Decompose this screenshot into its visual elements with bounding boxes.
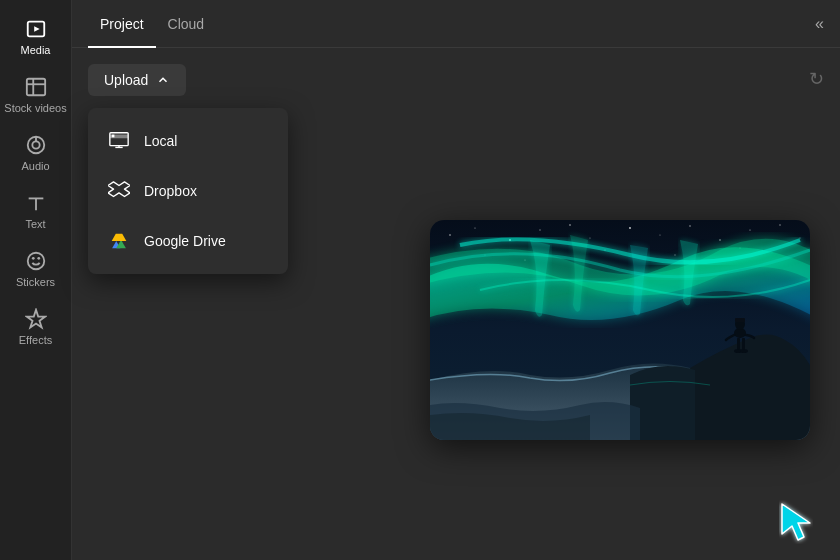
svg-point-19 — [449, 234, 451, 236]
sidebar-item-label: Stickers — [16, 276, 55, 288]
dropdown-item-label: Local — [144, 133, 177, 149]
svg-rect-2 — [26, 79, 44, 96]
upload-section: Upload ↻ Local — [72, 48, 840, 112]
google-drive-icon — [108, 230, 130, 252]
sidebar-item-text[interactable]: Text — [0, 182, 71, 240]
text-icon — [25, 192, 47, 214]
svg-point-24 — [590, 238, 591, 239]
refresh-button[interactable]: ↻ — [809, 68, 824, 90]
svg-point-10 — [27, 253, 44, 270]
svg-point-25 — [629, 227, 631, 229]
effects-icon — [25, 308, 47, 330]
sidebar-item-effects[interactable]: Effects — [0, 298, 71, 356]
svg-point-28 — [719, 239, 721, 241]
tabs-bar: Project Cloud « — [72, 0, 840, 48]
dropbox-icon — [108, 180, 130, 202]
sidebar-item-media[interactable]: Media — [0, 8, 71, 66]
image-preview — [430, 220, 810, 440]
stickers-icon — [25, 250, 47, 272]
sidebar-item-label: Stock videos — [4, 102, 66, 114]
sidebar-item-audio[interactable]: Audio — [0, 124, 71, 182]
dropdown-item-label: Google Drive — [144, 233, 226, 249]
main-content: Project Cloud « Upload ↻ — [72, 0, 840, 560]
svg-point-30 — [779, 224, 780, 225]
tabs-right-controls: « — [815, 15, 824, 33]
svg-point-29 — [750, 230, 751, 231]
sidebar-item-label: Text — [25, 218, 45, 230]
svg-point-26 — [659, 234, 660, 235]
svg-point-20 — [474, 227, 475, 228]
svg-point-22 — [539, 229, 540, 230]
sidebar-item-stickers[interactable]: Stickers — [0, 240, 71, 298]
sidebar-item-label: Audio — [21, 160, 49, 172]
tab-project[interactable]: Project — [88, 0, 156, 48]
upload-button[interactable]: Upload — [88, 64, 186, 96]
svg-point-27 — [689, 225, 690, 226]
cursor-arrow — [774, 498, 822, 550]
chevron-up-icon — [156, 73, 170, 87]
svg-point-31 — [799, 237, 800, 238]
upload-dropdown: Local Dropbox Google Drive — [88, 108, 288, 274]
svg-point-6 — [32, 141, 39, 148]
dropdown-item-dropbox[interactable]: Dropbox — [88, 166, 288, 216]
audio-icon — [25, 134, 47, 156]
aurora-image — [430, 220, 810, 440]
svg-marker-1 — [34, 26, 40, 32]
sidebar-item-label: Media — [21, 44, 51, 56]
cursor-icon — [774, 498, 822, 546]
dropdown-item-local[interactable]: Local — [88, 116, 288, 166]
svg-rect-40 — [737, 338, 740, 350]
sidebar-item-stock-videos[interactable]: Stock videos — [0, 66, 71, 124]
svg-rect-41 — [742, 338, 745, 350]
svg-point-35 — [674, 254, 675, 255]
sidebar: Media Stock videos Audio Text St — [0, 0, 72, 560]
svg-point-43 — [740, 349, 748, 353]
svg-point-23 — [569, 224, 571, 226]
local-icon — [108, 130, 130, 152]
dropdown-item-google-drive[interactable]: Google Drive — [88, 216, 288, 266]
sidebar-item-label: Effects — [19, 334, 52, 346]
media-icon — [25, 18, 47, 40]
svg-rect-39 — [735, 318, 745, 322]
dropdown-item-label: Dropbox — [144, 183, 197, 199]
tab-cloud[interactable]: Cloud — [156, 0, 217, 48]
collapse-panel-button[interactable]: « — [815, 15, 824, 33]
svg-rect-15 — [112, 135, 115, 138]
stock-videos-icon — [25, 76, 47, 98]
